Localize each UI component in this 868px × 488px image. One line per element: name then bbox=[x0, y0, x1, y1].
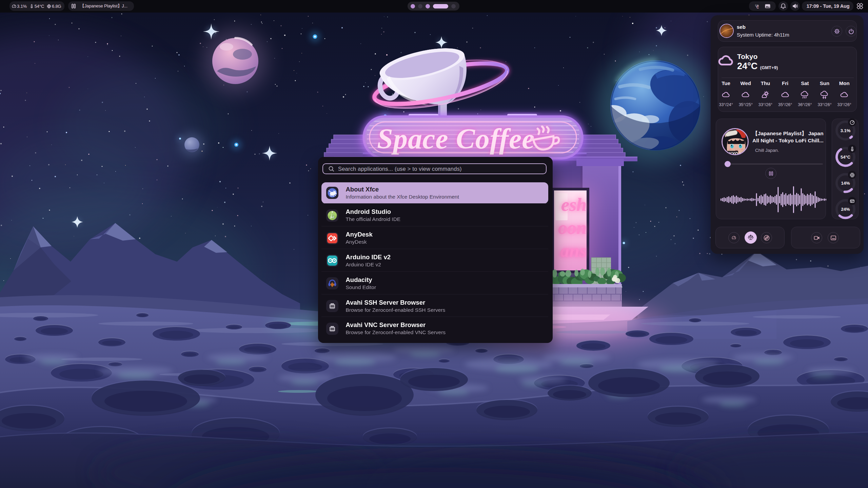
svg-text:ans: ans bbox=[560, 241, 587, 261]
svg-text:esh: esh bbox=[561, 195, 587, 215]
svg-text:Space Coffee: Space Coffee bbox=[377, 123, 535, 155]
svg-text:C: C bbox=[756, 5, 759, 9]
svg-text:oon: oon bbox=[558, 218, 587, 238]
svg-text:TOKYO L: TOKYO L bbox=[723, 151, 742, 155]
